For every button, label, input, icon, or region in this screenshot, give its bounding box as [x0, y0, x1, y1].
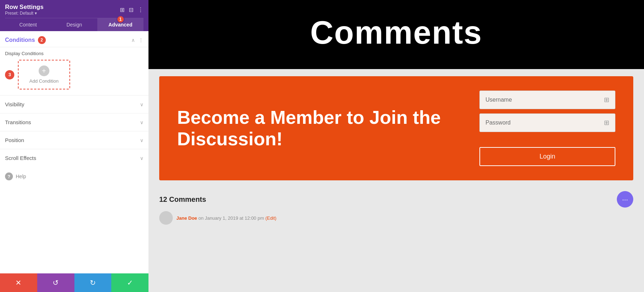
password-field[interactable]: Password ⊞ [479, 113, 615, 132]
visibility-title: Visibility [5, 101, 24, 107]
add-condition-label: Add Condition [29, 78, 59, 84]
user-name: Jane Doe [176, 215, 197, 221]
scroll-effects-chevron: ∨ [140, 155, 143, 161]
conditions-more-icon[interactable]: ⋮ [138, 37, 143, 43]
conditions-title-row: Conditions 2 [5, 36, 46, 44]
comments-count: 12 Comments [159, 195, 206, 204]
position-chevron: ∨ [140, 137, 143, 143]
bottom-toolbar: ✕ ↺ ↻ ✓ [0, 273, 148, 292]
password-icon: ⊞ [604, 119, 609, 127]
login-button[interactable]: Login [479, 147, 615, 166]
username-placeholder: Username [486, 97, 512, 103]
password-placeholder: Password [486, 120, 511, 126]
add-condition-button[interactable]: + Add Condition [18, 60, 70, 89]
display-label: Display Conditions [5, 51, 143, 56]
position-header[interactable]: Position ∨ [0, 131, 148, 149]
tab-advanced[interactable]: 1 Advanced [97, 18, 143, 31]
transitions-header[interactable]: Transitions ∨ [0, 113, 148, 131]
add-condition-badge: 3 [5, 70, 14, 79]
panel-title: Row Settings [5, 4, 44, 11]
redo-button[interactable]: ↻ [74, 273, 112, 292]
panel-icons: ⊞ ⊟ ⋮ [120, 6, 143, 13]
add-condition-area: 3 + Add Condition [5, 60, 143, 89]
content-body: Become a Member to Join the Discussion! … [148, 69, 644, 232]
help-row[interactable]: ? Help [0, 167, 148, 186]
conditions-section-header: Conditions 2 ∧ ⋮ [0, 31, 148, 47]
conditions-badge: 2 [38, 36, 46, 44]
page-title: Comments [148, 14, 644, 51]
user-date: on January 1, 2019 at 12:00 pm [198, 215, 264, 221]
columns-icon[interactable]: ⊟ [129, 6, 133, 13]
visibility-chevron: ∨ [140, 102, 143, 107]
scroll-effects-section: Scroll Effects ∨ [0, 149, 148, 167]
visibility-section: Visibility ∨ [0, 95, 148, 113]
undo-button[interactable]: ↺ [37, 273, 74, 292]
tab-content[interactable]: Content [5, 18, 51, 31]
display-conditions: Display Conditions 3 + Add Condition [0, 47, 148, 95]
save-button[interactable]: ✓ [111, 273, 148, 292]
conditions-collapse-icon[interactable]: ∧ [131, 37, 135, 43]
username-icon: ⊞ [604, 96, 609, 104]
signup-form: Username ⊞ Password ⊞ Forgot your passwo… [479, 91, 615, 166]
conditions-controls: ∧ ⋮ [131, 37, 143, 43]
comments-header: Comments [148, 0, 644, 69]
username-field[interactable]: Username ⊞ [479, 91, 615, 109]
plus-circle-icon: + [39, 65, 49, 76]
visibility-header[interactable]: Visibility ∨ [0, 96, 148, 113]
transitions-chevron: ∨ [140, 120, 143, 125]
comments-count-row: 12 Comments ··· [159, 191, 633, 208]
panel-preset[interactable]: Preset: Default ▾ [5, 11, 44, 16]
tab-design[interactable]: Design [51, 18, 97, 31]
transitions-section: Transitions ∨ [0, 113, 148, 131]
avatar [159, 211, 173, 225]
panel-header: Row Settings Preset: Default ▾ ⊞ ⊟ ⋮ Con… [0, 0, 148, 31]
user-meta: Jane Doe on January 1, 2019 at 12:00 pm … [176, 215, 277, 221]
conditions-title: Conditions [5, 37, 35, 43]
panel-title-area: Row Settings Preset: Default ▾ [5, 4, 44, 16]
forgot-password-link[interactable]: Forgot your password? [479, 136, 615, 142]
right-content: Comments Become a Member to Join the Dis… [148, 0, 644, 292]
comments-options-button[interactable]: ··· [617, 191, 633, 208]
transitions-title: Transitions [5, 119, 31, 125]
expand-icon[interactable]: ⊞ [120, 6, 125, 13]
left-panel: Row Settings Preset: Default ▾ ⊞ ⊟ ⋮ Con… [0, 0, 148, 292]
edit-link[interactable]: (Edit) [265, 215, 277, 221]
help-icon: ? [5, 172, 13, 180]
signup-box: Become a Member to Join the Discussion! … [159, 76, 633, 180]
scroll-effects-title: Scroll Effects [5, 155, 36, 161]
position-title: Position [5, 137, 24, 143]
scroll-effects-header[interactable]: Scroll Effects ∨ [0, 149, 148, 167]
more-icon[interactable]: ⋮ [138, 6, 143, 13]
panel-tabs: Content Design 1 Advanced [5, 18, 143, 31]
advanced-tab-badge: 1 [117, 15, 125, 23]
position-section: Position ∨ [0, 131, 148, 149]
cancel-button[interactable]: ✕ [0, 273, 37, 292]
help-label: Help [16, 174, 26, 179]
panel-body: Conditions 2 ∧ ⋮ Display Conditions 3 + … [0, 31, 148, 273]
comment-user-line: Jane Doe on January 1, 2019 at 12:00 pm … [159, 211, 633, 225]
signup-text: Become a Member to Join the Discussion! [177, 107, 458, 150]
